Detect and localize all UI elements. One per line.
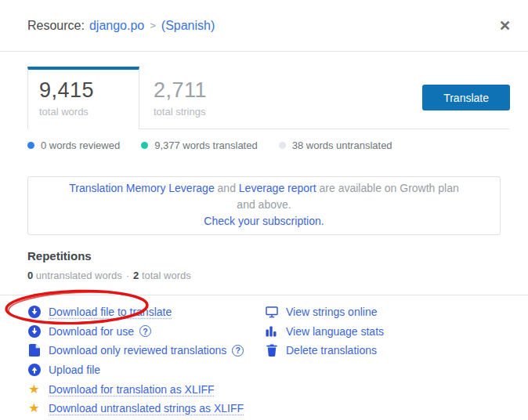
stats-legend: 0 words reviewed 9,377 words translated … [27,139,528,151]
download-only-reviewed-link[interactable]: Download only reviewed translations ? [27,341,265,360]
plan-notice: Translation Memory Leverage and Leverage… [27,176,501,235]
download-file-to-translate-link[interactable]: Download file to translate [27,302,265,322]
action-label: Download untranslated strings as XLIFF [49,402,244,415]
action-label: Download only reviewed translations [49,344,226,357]
upload-file-link[interactable]: Upload file [27,360,265,380]
untranslated-words-label: untranslated words [33,270,121,281]
resource-title-prefix: Resource: [27,19,85,33]
action-label: Download for translation as XLIFF [49,383,215,396]
action-label: View strings online [286,306,377,318]
actions-left-column: Download file to translate Download for … [27,302,265,420]
total-words-label: total words [39,106,139,118]
reviewed-dot-icon [27,142,34,149]
resource-modal: Resource: django.po > (Spanish) ✕ 9,415 … [0,0,528,420]
legend-untranslated: 38 words untranslated [279,139,392,151]
notice-text: and [215,182,239,194]
total-words-value: 9,415 [39,78,139,103]
actions-area: Download file to translate Download for … [0,295,528,420]
tab-total-words[interactable]: 9,415 total words [27,67,139,129]
legend-translated-label: 9,377 words translated [154,139,258,151]
help-tooltip-icon[interactable]: ? [232,345,244,357]
total-strings-label: total strings [154,106,251,118]
actions-right-column: View strings online View language stats … [265,302,384,420]
legend-untranslated-label: 38 words untranslated [292,139,392,151]
action-label: Download file to translate [49,306,172,318]
tab-total-strings[interactable]: 2,711 total strings [139,67,251,129]
repetitions-stats: 0 untranslated words·2 total words [27,270,501,281]
legend-translated: 9,377 words translated [141,139,258,151]
leverage-report-link[interactable]: Leverage report [239,182,316,194]
download-for-use-link[interactable]: Download for use ? [27,322,265,342]
action-label: Download for use [49,325,134,338]
tm-leverage-link[interactable]: Translation Memory Leverage [69,182,214,194]
download-circle-icon [27,306,41,318]
untranslated-dot-icon [279,142,286,149]
trash-icon [265,344,278,357]
download-untranslated-xliff-link[interactable]: ★ Download untranslated strings as XLIFF [27,399,265,418]
legend-reviewed-label: 0 words reviewed [41,139,120,151]
total-words-stat-label: total words [139,270,190,281]
view-language-stats-link[interactable]: View language stats [265,322,384,342]
check-subscription-link[interactable]: Check your subscription. [204,215,324,227]
help-tooltip-icon[interactable]: ? [139,325,151,337]
action-label: Upload file [49,364,100,376]
translated-dot-icon [141,142,148,149]
stats-tab-row: 9,415 total words 2,711 total strings Tr… [27,67,510,129]
total-strings-value: 2,711 [154,78,251,103]
breadcrumb-chevron-icon: > [150,20,156,31]
download-translation-xliff-link[interactable]: ★ Download for translation as XLIFF [27,379,265,399]
monitor-icon [265,306,278,318]
stats-separator: · [126,270,129,281]
star-icon: ★ [27,383,41,396]
legend-reviewed: 0 words reviewed [27,139,120,151]
star-icon: ★ [27,402,41,415]
view-strings-online-link[interactable]: View strings online [265,302,384,322]
modal-header: Resource: django.po > (Spanish) ✕ [0,0,528,52]
repetitions-section: Repetitions 0 untranslated words·2 total… [27,249,501,281]
delete-translations-link[interactable]: Delete translations [265,341,384,360]
repetitions-heading: Repetitions [27,249,501,262]
translate-button[interactable]: Translate [422,85,510,110]
language-link[interactable]: (Spanish) [161,19,215,33]
close-icon[interactable]: ✕ [499,19,511,33]
action-label: View language stats [286,325,384,338]
action-label: Delete translations [286,344,377,357]
bar-chart-icon [265,325,278,337]
download-circle-icon [27,325,41,338]
file-icon [27,344,41,357]
resource-name-link[interactable]: django.po [89,19,144,33]
upload-circle-icon [27,364,41,376]
